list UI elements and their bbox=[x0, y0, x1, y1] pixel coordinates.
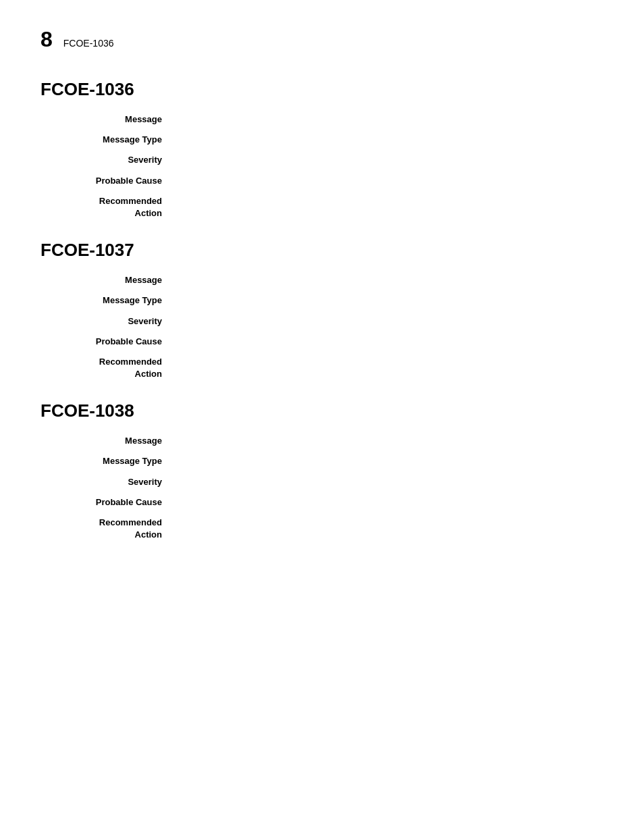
field-row-fcoe-1038-3: Probable Cause bbox=[41, 496, 603, 509]
section-title-fcoe-1038: FCOE-1038 bbox=[41, 400, 603, 421]
field-label-fcoe-1037-1: Message Type bbox=[41, 294, 176, 307]
field-row-fcoe-1037-2: Severity bbox=[41, 315, 603, 328]
field-label-fcoe-1038-3: Probable Cause bbox=[41, 496, 176, 509]
field-label-fcoe-1038-1: Message Type bbox=[41, 455, 176, 467]
field-label-fcoe-1038-2: Severity bbox=[41, 476, 176, 488]
field-row-fcoe-1036-2: Severity bbox=[41, 154, 603, 166]
page-number: 8 bbox=[41, 27, 53, 52]
field-row-fcoe-1036-1: Message Type bbox=[41, 134, 603, 146]
section-fcoe-1038: FCOE-1038MessageMessage TypeSeverityProb… bbox=[41, 400, 603, 541]
field-row-fcoe-1038-1: Message Type bbox=[41, 455, 603, 467]
field-label-fcoe-1036-4: RecommendedAction bbox=[41, 195, 176, 219]
field-row-fcoe-1038-2: Severity bbox=[41, 476, 603, 488]
page-title-header: FCOE-1036 bbox=[63, 38, 114, 49]
field-label-fcoe-1037-2: Severity bbox=[41, 315, 176, 328]
field-row-fcoe-1036-0: Message bbox=[41, 113, 603, 126]
field-label-fcoe-1036-2: Severity bbox=[41, 154, 176, 166]
field-row-fcoe-1037-0: Message bbox=[41, 274, 603, 286]
section-title-fcoe-1037: FCOE-1037 bbox=[41, 240, 603, 261]
field-row-fcoe-1036-3: Probable Cause bbox=[41, 175, 603, 187]
field-row-fcoe-1038-0: Message bbox=[41, 435, 603, 447]
section-fcoe-1037: FCOE-1037MessageMessage TypeSeverityProb… bbox=[41, 240, 603, 380]
section-fcoe-1036: FCOE-1036MessageMessage TypeSeverityProb… bbox=[41, 79, 603, 219]
section-title-fcoe-1036: FCOE-1036 bbox=[41, 79, 603, 100]
field-row-fcoe-1036-4: RecommendedAction bbox=[41, 195, 603, 219]
field-label-fcoe-1037-4: RecommendedAction bbox=[41, 356, 176, 380]
field-label-fcoe-1037-3: Probable Cause bbox=[41, 336, 176, 348]
field-label-fcoe-1036-3: Probable Cause bbox=[41, 175, 176, 187]
field-label-fcoe-1036-0: Message bbox=[41, 113, 176, 126]
field-row-fcoe-1037-1: Message Type bbox=[41, 294, 603, 307]
field-row-fcoe-1037-3: Probable Cause bbox=[41, 336, 603, 348]
page-header: 8 FCOE-1036 bbox=[41, 27, 603, 52]
field-label-fcoe-1038-4: RecommendedAction bbox=[41, 517, 176, 541]
field-label-fcoe-1037-0: Message bbox=[41, 274, 176, 286]
field-label-fcoe-1038-0: Message bbox=[41, 435, 176, 447]
field-row-fcoe-1037-4: RecommendedAction bbox=[41, 356, 603, 380]
sections-container: FCOE-1036MessageMessage TypeSeverityProb… bbox=[41, 79, 603, 541]
field-row-fcoe-1038-4: RecommendedAction bbox=[41, 517, 603, 541]
field-label-fcoe-1036-1: Message Type bbox=[41, 134, 176, 146]
